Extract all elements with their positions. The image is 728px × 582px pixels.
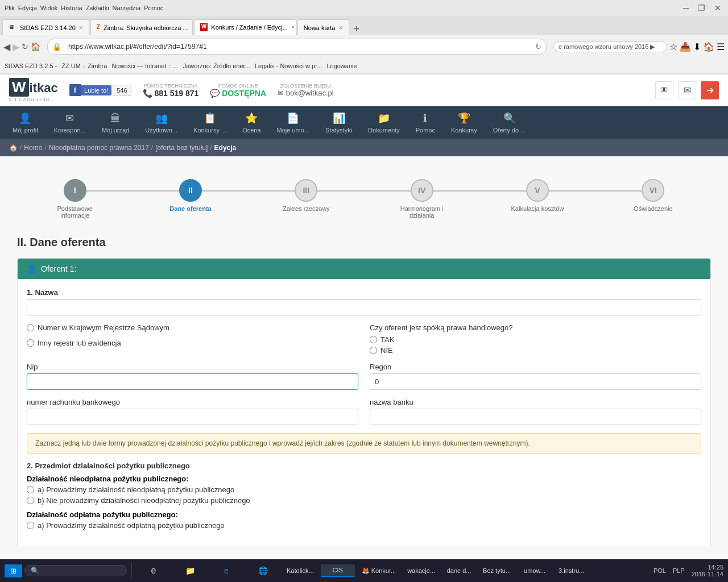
odplatna-label: Działalność odpłatna pożytku publicznego… [27, 510, 701, 519]
tak-radio-item[interactable]: TAK [370, 335, 701, 344]
nav-konkursy1[interactable]: 📋 Konkursy ... [185, 106, 234, 139]
rachunek-input[interactable] [27, 409, 358, 425]
krs-label: Numer w Krajowym Rejestrze Sądowym [38, 323, 169, 332]
browser-tab-sidas[interactable]: 🖥 SIDAS EZD 3.14.20 × [2, 19, 89, 35]
krs-radio-item[interactable]: Numer w Krajowym Rejestrze Sądowym [27, 323, 358, 332]
bookmark-nowosci[interactable]: Nowości — Intranet :: ... [111, 63, 178, 69]
bookmark-legalis[interactable]: Legalis - Nowości w pr... [255, 63, 322, 69]
minimize-button[interactable]: ─ [681, 3, 691, 13]
menu-edycja[interactable]: Edycja [18, 5, 37, 11]
nav-back[interactable]: ◀ [3, 41, 10, 52]
facebook-like-btn[interactable]: Lubię to! [81, 85, 111, 95]
maximize-button[interactable]: ❐ [696, 3, 708, 13]
nav-pomoc[interactable]: ℹ Pomoc [408, 106, 443, 139]
odplatna-a-item[interactable]: a) Prowadzimy działalność odpłatną pożyt… [27, 521, 701, 530]
nav-uzytkownicy[interactable]: 👥 Użytkown... [137, 106, 185, 139]
nazwa-input[interactable] [27, 299, 701, 315]
nieodplatna-b-radio[interactable] [27, 497, 34, 504]
menu-zakladki[interactable]: Zakładki [86, 5, 109, 11]
browser-tab-konkurs[interactable]: W Konkurs / Zadanie / Edycj... × [194, 19, 296, 35]
nieodplatna-b-item[interactable]: b) Nie prowadzimy działalności nieodpłat… [27, 496, 701, 505]
menu-widok[interactable]: Widok [40, 5, 58, 11]
step-2[interactable]: II Dane oferenta [133, 179, 248, 212]
krs-spolka-row: Numer w Krajowym Rejestrze Sądowym Inny … [27, 323, 701, 355]
tab-close-sidas[interactable]: × [79, 24, 83, 32]
tak-radio[interactable] [370, 336, 377, 343]
menu-icon[interactable]: ☰ [717, 41, 725, 52]
step-3[interactable]: III Zakres rzeczowy [249, 179, 364, 212]
krs-radio[interactable] [27, 324, 34, 331]
breadcrumb-pomoc[interactable]: Nieodpłatna pomoc prawna 2017 [49, 144, 149, 152]
app: W itkac v. 1.1 2016-11-10 f Lubię to! 54… [0, 74, 728, 559]
nav-moj-profil[interactable]: 👤 Mój profil [5, 106, 46, 139]
home-icon[interactable]: 🏠 [9, 144, 18, 152]
step-label-3: Zakres rzeczowy [283, 205, 330, 212]
nav-oferty-do[interactable]: 🔍 Oferty do ... [485, 106, 533, 139]
inny-rejestr-item[interactable]: Inny rejestr lub ewidencja [27, 339, 358, 347]
facebook-badge[interactable]: f Lubię to! 546 [69, 84, 131, 96]
browser-tab-nowa[interactable]: Nowa karta × [297, 19, 349, 35]
facebook-count: 546 [113, 85, 131, 96]
bookmark-sidas[interactable]: SIDAS EZD 3.2.5 - [5, 63, 57, 69]
home-nav-icon[interactable]: 🏠 [703, 41, 714, 52]
nav-reload[interactable]: ↻ [22, 42, 28, 51]
nav-home[interactable]: 🏠 [31, 42, 40, 51]
inny-rejestr-radio[interactable] [27, 339, 34, 347]
nav-ocena[interactable]: ⭐ Ocena [234, 106, 268, 139]
bookmark-zimbra[interactable]: ŽZ UM :: Zimbra [61, 63, 107, 69]
bank-label: nazwa banku [370, 398, 701, 406]
tab-close-zimbra[interactable]: × [192, 24, 193, 32]
menu-historia[interactable]: Historia [61, 5, 82, 11]
close-button[interactable]: ✕ [712, 3, 723, 13]
step-label-6: Oświadczenie [634, 205, 672, 212]
regon-label: Regon [370, 363, 701, 371]
nie-radio[interactable] [370, 347, 377, 354]
menu-pomoc[interactable]: Pomoc [144, 5, 163, 11]
pocket-icon[interactable]: 📥 [680, 41, 691, 52]
nieodplatna-a-item[interactable]: a) Prowadzimy działalność nieodpłatną po… [27, 485, 701, 494]
search-bar[interactable]: e ramowego wzoru umowy 2016 ▶ [553, 41, 667, 52]
uzytkown-icon: 👥 [155, 112, 168, 124]
bookmark-jaworzno[interactable]: Jaworzno: Źródło ener... [183, 63, 250, 69]
nip-input[interactable] [27, 373, 358, 390]
address-bar[interactable]: 🔒 ↻ [47, 39, 547, 55]
browser-tab-zimbra[interactable]: Z Zimbra: Skrzynka odbiorcza ... × [90, 19, 193, 35]
logout-button[interactable]: ➜ [701, 81, 719, 99]
step-6[interactable]: VI Oświadczenie [595, 179, 711, 212]
step-circle-3: III [295, 179, 317, 202]
menu-narzedzia[interactable]: Narzędzia [113, 5, 141, 11]
download-icon[interactable]: ⬇ [693, 41, 701, 52]
regon-input[interactable] [370, 373, 701, 390]
breadcrumb-home[interactable]: Home [24, 144, 42, 152]
bank-input[interactable] [370, 409, 701, 425]
nieodplatna-a-radio[interactable] [27, 486, 34, 493]
step-4[interactable]: IV Harmonogram i działania [364, 179, 479, 219]
bookmark-icon[interactable]: ☆ [669, 41, 677, 52]
mail-button[interactable]: ✉ [678, 81, 696, 99]
tab-favicon-konkurs: W [200, 23, 208, 31]
section-title: II. Dane oferenta [17, 236, 711, 249]
nav-korespondencja[interactable]: ✉ Korespon... [46, 106, 94, 139]
contact-pomoc-online: POMOC ONLINE 💬 DOSTĘPNA [210, 83, 266, 98]
preview-button[interactable]: 👁 [655, 81, 673, 99]
new-tab-button[interactable]: + [350, 23, 363, 35]
breadcrumb-oferta[interactable]: [oferta bez tytułu] [155, 144, 208, 152]
wizard-steps: I Podstawowe informacje II Dane oferenta… [17, 179, 711, 219]
odplatna-a-radio[interactable] [27, 522, 34, 529]
tab-close-nowa[interactable]: × [338, 24, 342, 32]
step-1[interactable]: I Podstawowe informacje [17, 179, 133, 219]
menu-plik[interactable]: Plik [5, 5, 15, 11]
nav-moj-urzad[interactable]: 🏛 Mój urząd [94, 107, 137, 139]
tab-close-konkurs[interactable]: × [291, 23, 295, 31]
nav-konkursy2[interactable]: 🏆 Konkursy [443, 106, 485, 139]
nav-statystyki[interactable]: 📊 Statystyki [317, 106, 360, 139]
refresh-icon[interactable]: ↻ [535, 43, 541, 51]
nav-dokumenty[interactable]: 📁 Dokumenty [360, 106, 408, 139]
logo-w: W [9, 78, 29, 97]
nav-moje-umowy[interactable]: 📄 Moje umo... [269, 106, 317, 139]
step-5[interactable]: V Kalkulacja kosztów [479, 179, 595, 212]
bookmark-logowanie[interactable]: Logowanie [326, 63, 357, 69]
address-input[interactable] [64, 39, 535, 54]
nav-forward[interactable]: ▶ [13, 41, 19, 52]
nie-radio-item[interactable]: NIE [370, 346, 701, 355]
